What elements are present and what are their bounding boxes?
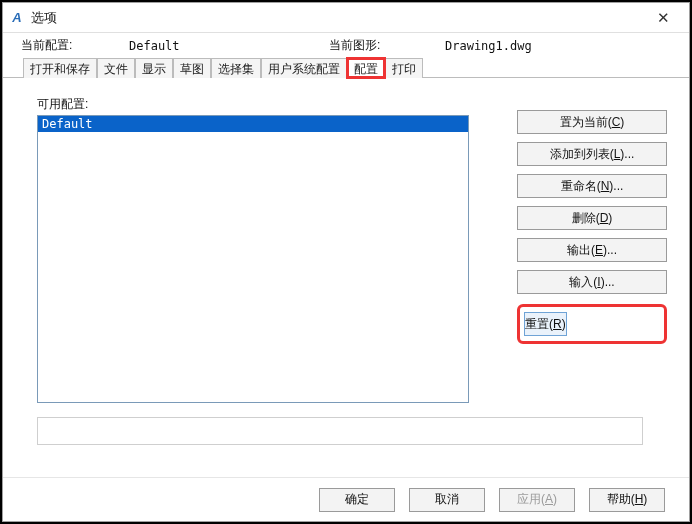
tab-drafting[interactable]: 草图 bbox=[173, 58, 211, 78]
delete-button[interactable]: 删除(D) bbox=[517, 206, 667, 230]
close-icon: ✕ bbox=[657, 9, 670, 27]
rename-button[interactable]: 重命名(N)... bbox=[517, 174, 667, 198]
ok-button[interactable]: 确定 bbox=[319, 488, 395, 512]
app-icon: A bbox=[9, 10, 25, 26]
reset-button[interactable]: 重置(R) bbox=[524, 312, 567, 336]
profiles-panel: 可用配置: Default 置为当前(C) 添加到列表(L)... 重命名(N)… bbox=[37, 96, 667, 403]
profiles-listbox[interactable]: Default bbox=[37, 115, 469, 403]
apply-button[interactable]: 应用(A) bbox=[499, 488, 575, 512]
options-dialog: A 选项 ✕ 当前配置: Default 当前图形: Drawing1.dwg … bbox=[2, 2, 690, 522]
tab-user-preferences[interactable]: 用户系统配置 bbox=[261, 58, 347, 78]
current-drawing-label: 当前图形: bbox=[329, 37, 445, 54]
set-current-button[interactable]: 置为当前(C) bbox=[517, 110, 667, 134]
tab-files[interactable]: 文件 bbox=[97, 58, 135, 78]
tab-content: 可用配置: Default 置为当前(C) 添加到列表(L)... 重命名(N)… bbox=[3, 78, 689, 477]
titlebar: A 选项 ✕ bbox=[3, 3, 689, 33]
list-item[interactable]: Default bbox=[38, 116, 468, 132]
current-profile-label: 当前配置: bbox=[21, 37, 129, 54]
add-to-list-button[interactable]: 添加到列表(L)... bbox=[517, 142, 667, 166]
tab-plot[interactable]: 打印 bbox=[385, 58, 423, 78]
help-button[interactable]: 帮助(H) bbox=[589, 488, 665, 512]
current-drawing-value: Drawing1.dwg bbox=[445, 39, 532, 53]
available-profiles-label: 可用配置: bbox=[37, 96, 497, 113]
export-button[interactable]: 输出(E)... bbox=[517, 238, 667, 262]
tab-profiles[interactable]: 配置 bbox=[347, 58, 385, 78]
tab-strip: 打开和保存 文件 显示 草图 选择集 用户系统配置 配置 打印 bbox=[3, 56, 689, 78]
profiles-left: 可用配置: Default bbox=[37, 96, 497, 403]
info-row: 当前配置: Default 当前图形: Drawing1.dwg bbox=[3, 33, 689, 56]
window-title: 选项 bbox=[31, 9, 643, 27]
dialog-footer: 确定 取消 应用(A) 帮助(H) bbox=[3, 477, 689, 521]
tab-open-save[interactable]: 打开和保存 bbox=[23, 58, 97, 78]
cancel-button[interactable]: 取消 bbox=[409, 488, 485, 512]
profiles-buttons: 置为当前(C) 添加到列表(L)... 重命名(N)... 删除(D) 输出(E… bbox=[517, 96, 667, 403]
close-button[interactable]: ✕ bbox=[643, 4, 683, 32]
tab-selection[interactable]: 选择集 bbox=[211, 58, 261, 78]
empty-panel bbox=[37, 417, 643, 445]
tab-display[interactable]: 显示 bbox=[135, 58, 173, 78]
import-button[interactable]: 输入(I)... bbox=[517, 270, 667, 294]
reset-highlight: 重置(R) bbox=[517, 304, 667, 344]
current-profile-value: Default bbox=[129, 39, 329, 53]
